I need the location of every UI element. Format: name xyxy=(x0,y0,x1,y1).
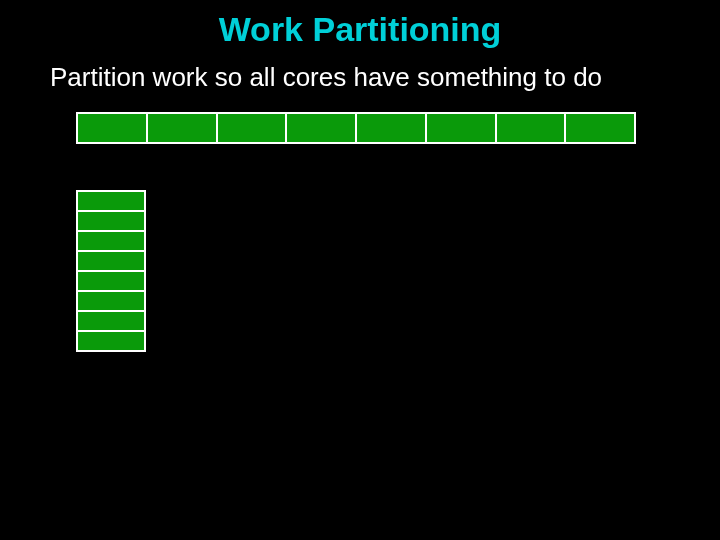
page-title: Work Partitioning xyxy=(0,10,720,49)
vertical-partition-cell xyxy=(78,252,144,270)
vertical-partition-cell xyxy=(78,272,144,290)
horizontal-partition-cell xyxy=(148,114,216,142)
vertical-partition-cell xyxy=(78,332,144,350)
vertical-partition-bar xyxy=(76,190,146,352)
vertical-partition-cell xyxy=(78,192,144,210)
horizontal-partition-cell xyxy=(427,114,495,142)
vertical-partition-cell xyxy=(78,312,144,330)
horizontal-partition-cell xyxy=(218,114,286,142)
horizontal-partition-cell xyxy=(497,114,565,142)
horizontal-partition-cell xyxy=(287,114,355,142)
vertical-partition-cell xyxy=(78,232,144,250)
horizontal-partition-cell xyxy=(78,114,146,142)
horizontal-partition-bar xyxy=(76,112,636,144)
page-subtitle: Partition work so all cores have somethi… xyxy=(50,62,602,93)
vertical-partition-cell xyxy=(78,212,144,230)
horizontal-partition-cell xyxy=(566,114,634,142)
vertical-partition-cell xyxy=(78,292,144,310)
horizontal-partition-cell xyxy=(357,114,425,142)
